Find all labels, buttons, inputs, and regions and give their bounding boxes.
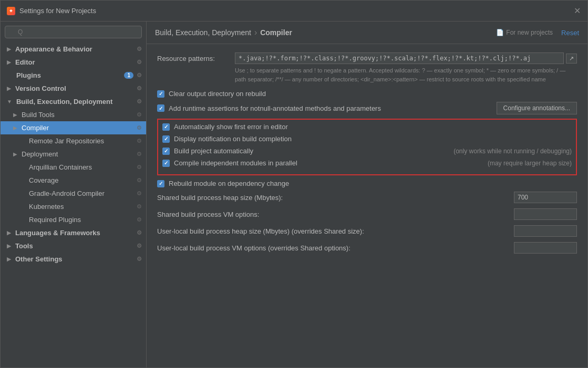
app-icon: ✦ xyxy=(7,7,15,15)
checkbox-row-compile-parallel: ✓Compile independent modules in parallel… xyxy=(162,159,572,167)
field-row-shared-vm: Shared build process VM options: xyxy=(157,208,577,220)
sidebar-item-label-deployment: Deployment xyxy=(22,150,58,158)
checkbox-build-auto[interactable]: ✓ xyxy=(162,148,170,155)
arrow-icon-other-settings: ▶ xyxy=(7,256,11,262)
expand-resource-button[interactable]: ↗ xyxy=(566,54,577,64)
checkbox-display-notification[interactable]: ✓ xyxy=(162,135,170,143)
sidebar-item-build-exec-deploy[interactable]: ▼Build, Execution, Deployment⚙ xyxy=(1,95,146,108)
settings-icon-version-control: ⚙ xyxy=(137,85,142,92)
sidebar-item-version-control[interactable]: ▶Version Control⚙ xyxy=(1,82,146,95)
settings-icon-editor: ⚙ xyxy=(137,59,142,66)
sidebar-item-tools[interactable]: ▶Tools⚙ xyxy=(1,239,146,253)
close-button[interactable]: ✕ xyxy=(573,7,581,15)
sidebar: 🔍 ▶Appearance & Behavior⚙▶Editor⚙Plugins… xyxy=(1,22,147,367)
settings-icon-languages: ⚙ xyxy=(137,229,142,236)
resource-patterns-label: Resource patterns: xyxy=(157,52,231,62)
arrow-icon-deployment: ▶ xyxy=(13,151,17,157)
checkbox-area: ✓Clear output directory on rebuild✓Add r… xyxy=(157,90,577,187)
page-icon: 📄 xyxy=(496,29,504,36)
sidebar-item-label-languages: Languages & Frameworks xyxy=(15,229,100,237)
settings-icon-required-plugins: ⚙ xyxy=(137,216,142,223)
checkbox-auto-show-error[interactable]: ✓ xyxy=(162,123,170,131)
sidebar-item-required-plugins[interactable]: Required Plugins⚙ xyxy=(1,213,146,226)
sidebar-item-plugins[interactable]: Plugins1⚙ xyxy=(1,69,146,82)
field-label-shared-vm: Shared build process VM options: xyxy=(157,211,510,218)
configure-annotations-button[interactable]: Configure annotations... xyxy=(497,102,577,114)
right-panel: Build, Execution, Deployment › Compiler … xyxy=(147,22,587,367)
field-row-user-vm: User-local build process VM options (ove… xyxy=(157,242,577,254)
arrow-icon-build-exec-deploy: ▼ xyxy=(7,99,12,104)
checkbox-add-assertions[interactable]: ✓ xyxy=(157,104,164,112)
dialog-title: Settings for New Projects xyxy=(19,7,96,15)
sidebar-item-kubernetes[interactable]: Kubernetes⚙ xyxy=(1,200,146,213)
settings-icon-arquillian: ⚙ xyxy=(137,164,142,171)
checkbox-row-display-notification: ✓Display notification on build completio… xyxy=(162,135,572,143)
resource-input-row: ↗ xyxy=(235,52,577,64)
badge-plugins: 1 xyxy=(124,72,133,79)
sidebar-item-appearance[interactable]: ▶Appearance & Behavior⚙ xyxy=(1,43,146,56)
settings-icon-coverage: ⚙ xyxy=(137,177,142,184)
sidebar-item-compiler[interactable]: ▶Compiler⚙ xyxy=(1,121,146,134)
checkbox-row-clear-output: ✓Clear output directory on rebuild xyxy=(157,90,577,98)
sidebar-item-label-remote-jar: Remote Jar Repositories xyxy=(29,137,104,145)
checkbox-clear-output[interactable]: ✓ xyxy=(157,90,164,98)
sidebar-item-languages[interactable]: ▶Languages & Frameworks⚙ xyxy=(1,226,146,239)
checkbox-label-build-auto: Build project automatically xyxy=(174,147,253,155)
arrow-icon-build-tools: ▶ xyxy=(13,112,17,118)
sidebar-item-coverage[interactable]: Coverage⚙ xyxy=(1,174,146,187)
field-input-user-heap[interactable] xyxy=(514,225,577,237)
field-label-user-vm: User-local build process VM options (ove… xyxy=(157,244,510,252)
arrow-icon-appearance: ▶ xyxy=(7,46,11,52)
sidebar-item-gradle-android[interactable]: Gradle-Android Compiler⚙ xyxy=(1,187,146,200)
field-input-user-vm[interactable] xyxy=(514,242,577,254)
sidebar-item-label-other-settings: Other Settings xyxy=(15,255,63,263)
breadcrumb-parent: Build, Execution, Deployment xyxy=(155,28,251,37)
field-input-shared-heap[interactable] xyxy=(514,192,577,203)
sidebar-nav: ▶Appearance & Behavior⚙▶Editor⚙Plugins1⚙… xyxy=(1,43,146,266)
sidebar-item-label-build-exec-deploy: Build, Execution, Deployment xyxy=(16,98,112,106)
field-label-shared-heap: Shared build process heap size (Mbytes): xyxy=(157,194,510,202)
sidebar-item-label-build-tools: Build Tools xyxy=(22,111,55,119)
reset-button[interactable]: Reset xyxy=(561,29,579,37)
sidebar-item-label-appearance: Appearance & Behavior xyxy=(15,45,92,53)
field-row-shared-heap: Shared build process heap size (Mbytes): xyxy=(157,192,577,203)
search-input[interactable] xyxy=(5,26,142,38)
arrow-icon-compiler: ▶ xyxy=(13,125,17,131)
resource-patterns-input[interactable] xyxy=(235,52,564,64)
settings-icon-appearance: ⚙ xyxy=(137,46,142,52)
checkbox-rebuild-dependency[interactable]: ✓ xyxy=(157,180,164,187)
header-right: 📄 For new projects Reset xyxy=(496,29,579,37)
assertions-row: ✓Add runtime assertions for notnull-anno… xyxy=(157,102,577,114)
checkbox-row-auto-show-error: ✓Automatically show first error in edito… xyxy=(162,123,572,131)
sidebar-item-build-tools[interactable]: ▶Build Tools⚙ xyxy=(1,108,146,121)
sidebar-item-other-settings[interactable]: ▶Other Settings⚙ xyxy=(1,253,146,266)
checkbox-label-rebuild-dependency: Rebuild module on dependency change xyxy=(169,180,289,187)
search-wrapper: 🔍 xyxy=(5,26,142,38)
field-row-user-heap: User-local build process heap size (Mbyt… xyxy=(157,225,577,237)
settings-icon-kubernetes: ⚙ xyxy=(137,203,142,210)
sidebar-item-editor[interactable]: ▶Editor⚙ xyxy=(1,56,146,69)
breadcrumb: Build, Execution, Deployment › Compiler xyxy=(155,28,292,37)
sidebar-item-label-coverage: Coverage xyxy=(29,176,58,184)
sidebar-item-remote-jar[interactable]: Remote Jar Repositories⚙ xyxy=(1,134,146,148)
arrow-icon-tools: ▶ xyxy=(7,243,11,249)
settings-icon-compiler: ⚙ xyxy=(137,124,142,131)
resource-patterns-row: Resource patterns: ↗ Use ; to separate p… xyxy=(157,52,577,83)
sidebar-item-arquillian[interactable]: Arquillian Containers⚙ xyxy=(1,161,146,174)
settings-icon-tools: ⚙ xyxy=(137,243,142,249)
settings-icon-build-exec-deploy: ⚙ xyxy=(137,98,142,105)
checkbox-compile-parallel[interactable]: ✓ xyxy=(162,160,170,167)
sidebar-item-label-editor: Editor xyxy=(15,58,35,66)
settings-icon-plugins: ⚙ xyxy=(137,72,142,79)
checkbox-label-clear-output: Clear output directory on rebuild xyxy=(169,90,266,98)
settings-icon-remote-jar: ⚙ xyxy=(137,138,142,144)
checkbox-label-add-assertions: Add runtime assertions for notnull-annot… xyxy=(169,104,381,112)
sidebar-item-label-tools: Tools xyxy=(15,242,33,250)
title-bar: ✦ Settings for New Projects ✕ xyxy=(1,1,587,22)
field-input-shared-vm[interactable] xyxy=(514,208,577,220)
settings-dialog: ✦ Settings for New Projects ✕ 🔍 ▶Appeara… xyxy=(0,0,588,368)
sidebar-item-deployment[interactable]: ▶Deployment⚙ xyxy=(1,148,146,161)
settings-icon-other-settings: ⚙ xyxy=(137,256,142,262)
resource-patterns-right: ↗ Use ; to separate patterns and ! to ne… xyxy=(235,52,577,83)
arrow-icon-languages: ▶ xyxy=(7,230,11,236)
